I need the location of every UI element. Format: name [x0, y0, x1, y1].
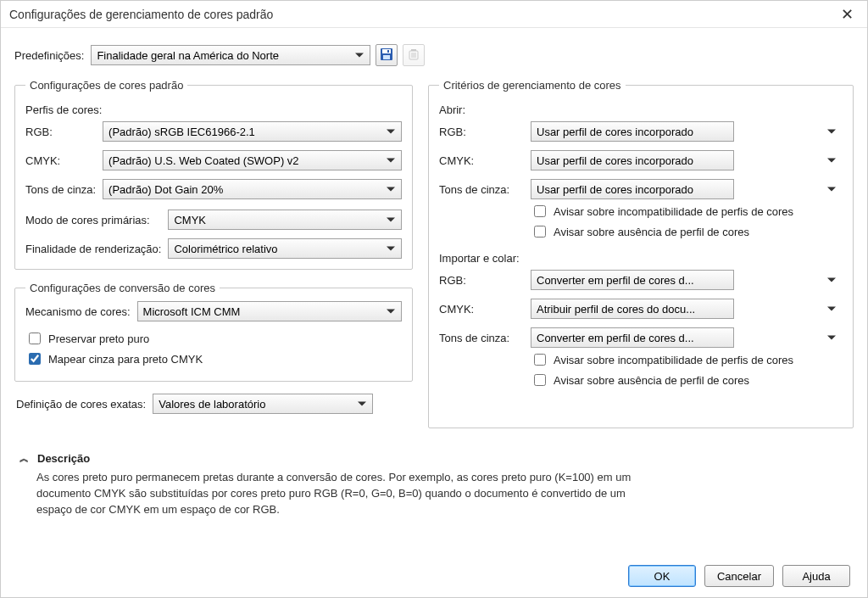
import-rgb-label: RGB: — [439, 274, 524, 287]
color-engine-select[interactable]: Microsoft ICM CMM — [137, 301, 402, 321]
import-gray-select[interactable]: Converter em perfil de cores d... — [531, 327, 734, 348]
svg-rect-3 — [387, 50, 389, 53]
floppy-disk-icon — [380, 48, 393, 64]
open-rgb-select[interactable]: Usar perfil de cores incorporado — [531, 121, 734, 142]
description-block: ︽ Descrição As cores preto puro permanec… — [19, 452, 849, 518]
default-color-settings-group: Configurações de cores padrão Perfis de … — [14, 79, 413, 270]
import-warn-mismatch-label: Avisar sobre incompatibilidade de perfis… — [554, 354, 793, 366]
default-group-legend: Configurações de cores padrão — [25, 79, 187, 92]
import-warn-missing-checkbox[interactable] — [534, 374, 546, 386]
map-gray-label: Mapear cinza para preto CMYK — [48, 353, 203, 366]
open-warn-mismatch-label: Avisar sobre incompatibilidade de perfis… — [554, 205, 793, 218]
collapse-chevron-icon[interactable]: ︽ — [19, 452, 31, 465]
save-preset-button[interactable] — [376, 44, 398, 66]
open-gray-label: Tons de cinza: — [439, 183, 524, 196]
trash-icon — [407, 48, 420, 64]
open-cmyk-label: CMYK: — [439, 154, 524, 167]
spot-colors-label: Definição de cores exatas: — [16, 398, 146, 411]
presets-row: Predefinições: Finalidade geral na Améri… — [14, 44, 854, 66]
spot-colors-select[interactable]: Valores de laboratório — [153, 394, 373, 414]
preserve-black-label: Preservar preto puro — [48, 333, 149, 345]
rgb-label: RGB: — [25, 126, 96, 138]
dialog-footer: OK Cancelar Ajuda — [628, 565, 850, 587]
cmyk-label: CMYK: — [25, 154, 96, 167]
import-label: Importar e colar: — [439, 252, 843, 265]
import-cmyk-select[interactable]: Atribuir perfil de cores do docu... — [531, 299, 734, 319]
gray-label: Tons de cinza: — [25, 183, 96, 196]
cancel-button[interactable]: Cancelar — [704, 565, 774, 587]
rgb-profile-select[interactable]: (Padrão) sRGB IEC61966-2.1 — [103, 121, 402, 142]
close-icon[interactable]: ✕ — [836, 3, 859, 25]
presets-select[interactable]: Finalidade geral na América do Norte — [91, 45, 370, 65]
import-warn-missing-label: Avisar sobre ausência de perfil de cores — [554, 374, 749, 387]
import-gray-label: Tons de cinza: — [439, 332, 524, 344]
conversion-settings-group: Configurações de conversão de cores Meca… — [14, 282, 413, 382]
color-engine-label: Mecanismo de cores: — [25, 305, 131, 318]
gray-profile-select[interactable]: (Padrão) Dot Gain 20% — [103, 179, 402, 199]
open-cmyk-select[interactable]: Usar perfil de cores incorporado — [531, 150, 734, 170]
open-rgb-label: RGB: — [439, 126, 524, 138]
svg-rect-2 — [383, 55, 390, 59]
delete-preset-button — [403, 44, 425, 66]
window-title: Configurações de gerenciamento de cores … — [9, 8, 836, 21]
rendering-intent-label: Finalidade de renderização: — [25, 243, 161, 255]
preserve-black-checkbox[interactable] — [29, 333, 41, 344]
primary-mode-label: Modo de cores primárias: — [25, 214, 161, 226]
primary-mode-select[interactable]: CMYK — [168, 210, 402, 230]
cmyk-profile-select[interactable]: (Padrão) U.S. Web Coated (SWOP) v2 — [103, 150, 402, 170]
rendering-intent-select[interactable]: Colorimétrico relativo — [168, 238, 402, 259]
import-cmyk-label: CMYK: — [439, 303, 524, 316]
policies-legend: Critérios de gerenciamento de cores — [439, 79, 626, 92]
open-warn-missing-label: Avisar sobre ausência de perfil de cores — [554, 226, 749, 238]
ok-button[interactable]: OK — [628, 565, 696, 587]
conversion-legend: Configurações de conversão de cores — [25, 282, 220, 294]
profiles-label: Perfis de cores: — [25, 103, 402, 116]
color-policies-group: Critérios de gerenciamento de cores Abri… — [428, 79, 854, 428]
map-gray-checkbox[interactable] — [29, 353, 41, 365]
title-bar: Configurações de gerenciamento de cores … — [1, 1, 867, 28]
help-button[interactable]: Ajuda — [782, 565, 850, 587]
open-label: Abrir: — [439, 103, 843, 116]
import-warn-mismatch-checkbox[interactable] — [534, 354, 546, 366]
open-gray-select[interactable]: Usar perfil de cores incorporado — [531, 179, 734, 199]
dialog-window: Configurações de gerenciamento de cores … — [0, 0, 868, 598]
svg-rect-1 — [382, 49, 391, 53]
description-body: As cores preto puro permanecem pretas du… — [36, 470, 664, 518]
open-warn-mismatch-checkbox[interactable] — [534, 205, 546, 217]
svg-rect-5 — [411, 49, 416, 51]
import-rgb-select[interactable]: Converter em perfil de cores d... — [531, 270, 734, 290]
open-warn-missing-checkbox[interactable] — [534, 226, 546, 238]
description-heading: Descrição — [37, 452, 90, 465]
presets-label: Predefinições: — [14, 49, 84, 62]
